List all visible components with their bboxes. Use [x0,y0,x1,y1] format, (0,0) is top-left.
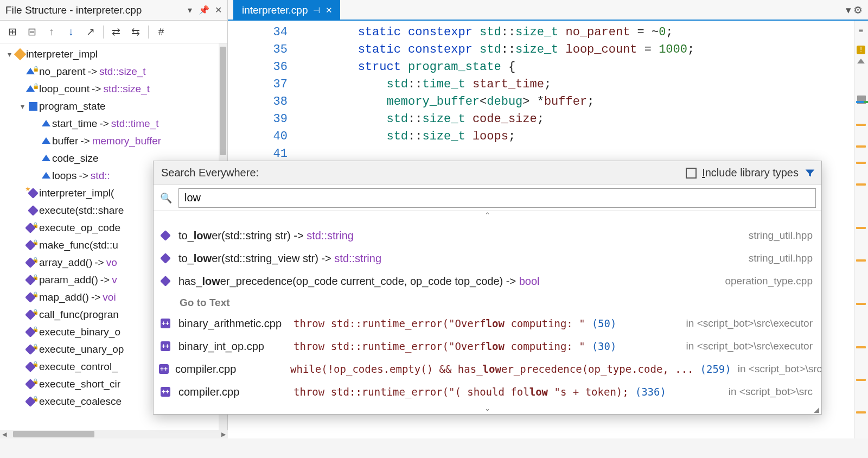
search-result-symbol[interactable]: to_lower(std::string str) -> std::string… [154,224,821,247]
code-line[interactable]: struct program_state { [301,59,694,76]
sort-button-2[interactable]: ⇆ [126,23,145,41]
close-icon[interactable]: ✕ [212,4,224,16]
line-number: 40 [228,128,288,145]
hash-button[interactable]: # [152,23,170,41]
search-title: Search Everywhere: [161,167,259,179]
tree-twistie[interactable]: ▾ [4,50,14,59]
horizontal-scrollbar[interactable]: ◀ ▶ [0,430,228,438]
member-icon: 🔒 [27,396,39,408]
filter-icon[interactable] [804,167,816,179]
member-name: no_parent [39,66,86,78]
code-line[interactable]: memory_buffer<debug> *buffer; [301,93,694,111]
scrollbar-thumb[interactable] [220,47,226,155]
code-line[interactable]: static constexpr std::size_t loop_count … [301,41,694,59]
member-icon: 🔒 [27,239,39,251]
result-line: (30) [592,340,617,352]
arrow-icon: -> [76,170,90,182]
member-icon [40,135,52,147]
result-line: (50) [592,317,617,329]
code-line[interactable]: std::time_t start_time; [301,76,694,93]
result-file: binary_int_op.cpp [178,340,287,353]
search-header: Search Everywhere: Include library types [154,161,821,185]
split-icon[interactable]: ≡ [856,26,866,36]
cpp-file-icon: ++ [159,319,172,328]
member-name: param_add() [39,274,98,286]
include-library-types-checkbox[interactable] [686,168,697,179]
marker[interactable] [856,124,866,126]
scroll-up-indicator [857,59,865,63]
marker[interactable] [856,259,866,262]
code-line[interactable]: std::size_t code_size; [301,111,694,128]
member-name: buffer [52,135,78,147]
marker[interactable] [856,162,866,164]
result-line: (259) [700,363,731,375]
scroll-right-icon[interactable]: ▶ [219,430,228,438]
member-name: interpreter_impl( [39,187,114,199]
search-input[interactable] [178,188,816,208]
search-result-symbol[interactable]: has_lower_precedence(op_code current_cod… [154,270,821,292]
tree-item[interactable]: 🔒no_parent->std::size_t [2,63,227,80]
member-name: start_time [52,118,97,130]
pin-icon[interactable]: ⊣ [313,5,320,15]
search-result-text[interactable]: ++binary_arithmetic.cppthrow std::runtim… [154,312,821,335]
line-number: 38 [228,93,288,111]
member-name: interpreter_impl [26,48,98,60]
editor-marker-bar[interactable]: ≡ ! [854,21,868,438]
member-name: execute_control_ [39,361,118,373]
chevron-down-icon[interactable]: ▾ [846,4,851,16]
tree-item[interactable]: 🔒loop_count->std::size_t [2,80,227,98]
collapse-all-button[interactable]: ⊟ [23,23,41,41]
member-icon: 🔒 [27,257,39,269]
marker[interactable] [856,346,866,348]
scrollbar-thumb[interactable] [13,431,94,437]
resize-handle[interactable] [814,408,819,413]
editor-tab-active[interactable]: interpreter.cpp ⊣ ✕ [233,0,340,21]
open-button[interactable]: ↗ [81,23,100,41]
search-result-text[interactable]: ++compiler.cppwhile(!op_codes.empty() &&… [154,358,821,380]
member-type: std:: [91,170,110,182]
member-icon: 🔒 [27,291,39,303]
editor-tab-strip: interpreter.cpp ⊣ ✕ ▾ ⚙ [228,0,868,21]
nav-down-button[interactable]: ↓ [62,23,80,41]
result-label: to_lower(std::string_view str) -> std::s… [178,252,381,265]
tree-item[interactable]: ▾interpreter_impl [2,46,227,63]
line-number: 37 [228,76,288,93]
marker[interactable] [856,183,866,186]
member-icon: ★ [27,187,39,199]
marker[interactable] [864,101,868,103]
code-line[interactable]: static constexpr std::size_t no_parent =… [301,24,694,41]
tree-item[interactable]: ▾program_state [2,98,227,115]
marker[interactable] [856,227,866,229]
member-icon: 🔒 [27,344,39,355]
line-number: 34 [228,24,288,41]
tree-item[interactable]: buffer->memory_buffer [2,132,227,150]
marker[interactable] [856,145,866,148]
member-icon [40,152,52,164]
pin-icon[interactable]: 📌 [198,4,210,16]
search-result-text[interactable]: ++binary_int_op.cppthrow std::runtime_er… [154,335,821,358]
marker[interactable] [856,411,866,414]
search-result-text[interactable]: ++compiler.cppthrow std::runtime_error("… [154,380,821,403]
include-library-types-label[interactable]: Include library types [702,167,799,179]
result-path: string_util.hpp [749,252,813,264]
code-line[interactable]: std::size_t loops; [301,128,694,145]
dropdown-icon[interactable]: ▾ [184,4,196,16]
tabstrip-right-tools: ▾ ⚙ [846,0,868,20]
close-icon[interactable]: ✕ [326,5,333,15]
member-name: make_func(std::u [39,239,118,251]
tree-twistie[interactable]: ▾ [17,102,27,111]
search-result-symbol[interactable]: to_lower(std::string_view str) -> std::s… [154,247,821,270]
marker[interactable] [856,379,866,381]
expand-all-button[interactable]: ⊞ [3,23,22,41]
nav-up-button[interactable]: ↑ [42,23,61,41]
gear-icon[interactable]: ⚙ [853,4,863,16]
warning-icon[interactable]: ! [857,46,865,54]
tree-item[interactable]: start_time->std::time_t [2,115,227,132]
results-scroll-up-indicator: ⌃ [154,211,821,221]
marker[interactable] [856,303,866,305]
result-file: binary_arithmetic.cpp [178,317,287,330]
tab-label: interpreter.cpp [242,4,308,16]
scroll-left-icon[interactable]: ◀ [0,430,9,438]
arrow-icon: -> [78,135,92,147]
sort-button-1[interactable]: ⇄ [107,23,125,41]
